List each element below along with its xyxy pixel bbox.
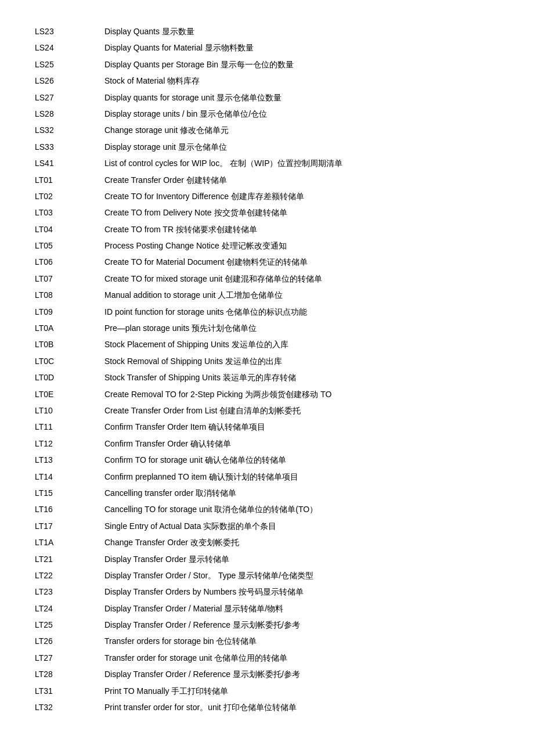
transaction-description: Stock Transfer of Shipping Units 装运单元的库存…	[104, 371, 499, 384]
transaction-description: Display Quants for Material 显示物料数量	[104, 41, 499, 54]
transaction-code: LS23	[35, 25, 104, 38]
transaction-code: LT25	[35, 618, 104, 631]
transaction-code: LS24	[35, 41, 104, 54]
transaction-description: Confirm Transfer Order Item 确认转储单项目	[104, 420, 499, 433]
table-row: LT09ID point function for storage units …	[35, 304, 499, 320]
transaction-code: LT24	[35, 602, 104, 615]
transaction-code: LT01	[35, 174, 104, 186]
transaction-description: Cancelling TO for storage unit 取消仓储单位的转储…	[104, 503, 499, 516]
transaction-code: LT09	[35, 305, 104, 318]
transaction-code: LT16	[35, 503, 104, 516]
table-row: LT22Display Transfer Order / Stor。 Type …	[35, 567, 499, 584]
transaction-description: Confirm TO for storage unit 确认仓储单位的转储单	[104, 453, 499, 466]
table-row: LT14Confirm preplanned TO item 确认预计划的转储单…	[35, 469, 499, 485]
table-row: LT28Display Transfer Order / Reference 显…	[35, 666, 499, 682]
table-row: LT26Transfer orders for storage bin 仓位转储…	[35, 633, 499, 649]
table-row: LS33Display storage unit 显示仓储单位	[35, 139, 499, 155]
transaction-description: Create TO for Material Document 创建物料凭证的转…	[104, 255, 499, 268]
transaction-code: LT04	[35, 223, 104, 236]
transaction-code: LT13	[35, 453, 104, 466]
table-row: LT1AChange Transfer Order 改变划帐委托	[35, 534, 499, 550]
transaction-code: LT03	[35, 206, 104, 219]
table-row: LT31Print TO Manually 手工打印转储单	[35, 683, 499, 699]
transaction-description: Display Transfer Order / Material 显示转储单/…	[104, 602, 499, 615]
transaction-code: LT31	[35, 685, 104, 697]
transaction-description: Confirm Transfer Order 确认转储单	[104, 437, 499, 450]
transaction-code: LT0E	[35, 388, 104, 401]
table-row: LS41List of control cycles for WIP loc。 …	[35, 155, 499, 171]
table-row: LS27Display quants for storage unit 显示仓储…	[35, 89, 499, 106]
transaction-code: LS25	[35, 58, 104, 71]
transaction-description: Display Transfer Order / Reference 显示划帐委…	[104, 618, 499, 631]
transaction-description: Single Entry of Actual Data 实际数据的单个条目	[104, 520, 499, 532]
table-row: LT21 Display Transfer Order 显示转储单	[35, 551, 499, 567]
transaction-code: LT26	[35, 635, 104, 647]
transaction-description: Transfer orders for storage bin 仓位转储单	[104, 635, 499, 647]
table-row: LT0APre—plan storage units 预先计划仓储单位	[35, 320, 499, 336]
table-row: LT01Create Transfer Order 创建转储单	[35, 172, 499, 188]
transaction-description: Create TO for mixed storage unit 创建混和存储单…	[104, 272, 499, 285]
transaction-code: LT28	[35, 668, 104, 681]
transaction-description: Display Transfer Order 显示转储单	[104, 553, 499, 566]
transaction-description: Pre—plan storage units 预先计划仓储单位	[104, 322, 499, 334]
table-row: LT08Manual addition to storage unit 人工增加…	[35, 287, 499, 303]
transaction-description: Print transfer order for stor。unit 打印仓储单…	[104, 701, 499, 714]
transaction-code: LT27	[35, 651, 104, 664]
table-row: LT05Process Posting Change Notice 处理记帐改变…	[35, 237, 499, 254]
table-row: LT17Single Entry of Actual Data 实际数据的单个条…	[35, 518, 499, 534]
table-row: LT13Confirm TO for storage unit 确认仓储单位的转…	[35, 452, 499, 468]
table-row: LT10 Create Transfer Order from List 创建自…	[35, 402, 499, 419]
transaction-description: Display Quants per Storage Bin 显示每一仓位的数量	[104, 58, 499, 71]
transaction-description: Create TO from Delivery Note 按交货单创建转储单	[104, 206, 499, 219]
transaction-code: LT0A	[35, 322, 104, 334]
table-row: LS32Change storage unit 修改仓储单元	[35, 122, 499, 138]
table-row: LT24Display Transfer Order / Material 显示…	[35, 600, 499, 617]
transaction-description: Create TO for Inventory Difference 创建库存差…	[104, 190, 499, 203]
transaction-description: Display Transfer Orders by Numbers 按号码显示…	[104, 585, 499, 598]
table-row: LT04Create TO from TR 按转储要求创建转储单	[35, 221, 499, 237]
transaction-description: Change Transfer Order 改变划帐委托	[104, 536, 499, 549]
table-row: LS23Display Quants 显示数量	[35, 23, 499, 39]
table-row: LT11Confirm Transfer Order Item 确认转储单项目	[35, 419, 499, 435]
transaction-code: LT0C	[35, 355, 104, 368]
transaction-code: LT07	[35, 272, 104, 285]
transaction-description: Display storage units / bin 显示仓储单位/仓位	[104, 107, 499, 120]
transaction-code: LT12	[35, 437, 104, 450]
transaction-description: Display storage unit 显示仓储单位	[104, 141, 499, 153]
transaction-code: LT17	[35, 520, 104, 532]
transaction-code: LS32	[35, 124, 104, 136]
table-row: LT12Confirm Transfer Order 确认转储单	[35, 435, 499, 452]
transaction-table: LS23Display Quants 显示数量LS24Display Quant…	[35, 23, 499, 715]
table-row: LT0DStock Transfer of Shipping Units 装运单…	[35, 369, 499, 386]
table-row: LT15Cancelling transfer order 取消转储单	[35, 485, 499, 501]
transaction-code: LT22	[35, 569, 104, 582]
transaction-code: LT10	[35, 404, 104, 417]
transaction-description: Create Removal TO for 2-Step Picking 为两步…	[104, 388, 499, 401]
transaction-code: LS41	[35, 157, 104, 170]
transaction-description: List of control cycles for WIP loc。 在制（W…	[104, 157, 499, 170]
transaction-code: LT06	[35, 255, 104, 268]
transaction-description: Print TO Manually 手工打印转储单	[104, 685, 499, 697]
transaction-description: Display Transfer Order / Stor。 Type 显示转储…	[104, 569, 499, 582]
table-row: LT0CStock Removal of Shipping Units 发运单位…	[35, 353, 499, 369]
table-row: LS28Display storage units / bin 显示仓储单位/仓…	[35, 106, 499, 122]
table-row: LT32Print transfer order for stor。unit 打…	[35, 699, 499, 715]
transaction-code: LT0B	[35, 338, 104, 351]
transaction-description: Display quants for storage unit 显示仓储单位数量	[104, 91, 499, 104]
table-row: LT23Display Transfer Orders by Numbers 按…	[35, 584, 499, 600]
transaction-description: Transfer order for storage unit 仓储单位用的转储…	[104, 651, 499, 664]
table-row: LT03Create TO from Delivery Note 按交货单创建转…	[35, 204, 499, 221]
transaction-code: LT1A	[35, 536, 104, 549]
transaction-description: Stock Placement of Shipping Units 发运单位的入…	[104, 338, 499, 351]
transaction-code: LS28	[35, 107, 104, 120]
table-row: LT0BStock Placement of Shipping Units 发运…	[35, 336, 499, 352]
transaction-code: LS33	[35, 141, 104, 153]
transaction-code: LT02	[35, 190, 104, 203]
transaction-description: Create Transfer Order 创建转储单	[104, 174, 499, 186]
table-row: LS24Display Quants for Material 显示物料数量	[35, 39, 499, 56]
transaction-description: Stock of Material 物料库存	[104, 74, 499, 87]
transaction-code: LT15	[35, 487, 104, 499]
transaction-description: Manual addition to storage unit 人工增加仓储单位	[104, 289, 499, 301]
table-row: LT25Display Transfer Order / Reference 显…	[35, 617, 499, 633]
transaction-code: LS27	[35, 91, 104, 104]
